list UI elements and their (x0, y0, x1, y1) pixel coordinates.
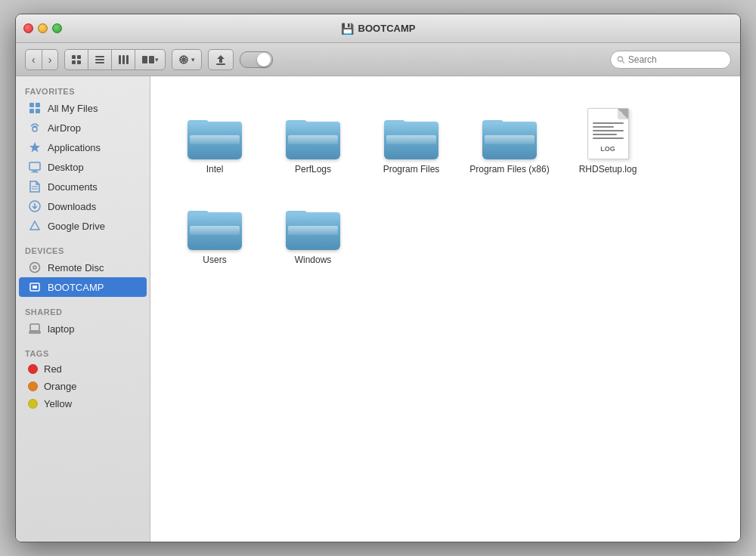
svg-point-18 (618, 56, 622, 60)
file-item-intel[interactable]: Intel (166, 91, 264, 182)
file-area: Intel PerfLogs (150, 76, 740, 542)
sidebar-item-tag-yellow[interactable]: Yellow (19, 395, 147, 412)
minimize-button[interactable] (38, 23, 48, 33)
svg-rect-0 (72, 55, 76, 59)
toggle-button[interactable] (240, 51, 273, 68)
title-bar: 💾 BOOTCAMP (16, 14, 740, 43)
sidebar-section-favorites: FAVORITES All My Files (16, 82, 150, 236)
airdrop-label: AirDrop (48, 122, 81, 134)
sidebar-item-bootcamp[interactable]: BOOTCAMP (19, 277, 147, 297)
file-item-rhdsetup[interactable]: LOG RHDSetup.log (559, 91, 657, 182)
coverflow-view-button[interactable]: ▾ (135, 50, 165, 70)
forward-button[interactable]: › (42, 49, 59, 70)
search-box[interactable] (610, 51, 731, 69)
devices-header: DEVICES (16, 242, 150, 258)
view-buttons: ▾ (64, 49, 166, 70)
file-item-program-files[interactable]: Program Files (362, 91, 460, 182)
sidebar-item-tag-orange[interactable]: Orange (19, 378, 147, 395)
icon-view-button[interactable] (65, 50, 88, 70)
svg-rect-36 (30, 324, 39, 331)
sidebar-item-google-drive[interactable]: Google Drive (19, 216, 147, 236)
svg-rect-6 (95, 62, 104, 63)
back-button[interactable]: ‹ (25, 49, 42, 70)
tags-header: TAGS (16, 344, 150, 360)
perflogs-label: PerfLogs (295, 164, 331, 176)
program-files-x86-folder-icon (482, 114, 537, 159)
sidebar-item-downloads[interactable]: Downloads (19, 196, 147, 216)
file-item-program-files-x86[interactable]: Program Files (x86) (460, 91, 559, 182)
favorites-header: FAVORITES (16, 82, 150, 98)
downloads-label: Downloads (48, 201, 96, 212)
svg-rect-22 (29, 109, 34, 113)
rhdsetup-label: RHDSetup.log (579, 164, 637, 176)
svg-rect-21 (36, 103, 40, 107)
laptop-label: laptop (48, 323, 74, 335)
airdrop-icon (28, 121, 42, 134)
users-folder-icon (187, 205, 242, 250)
svg-rect-37 (29, 332, 40, 333)
action-button[interactable] (208, 49, 234, 70)
svg-rect-10 (142, 56, 147, 63)
close-button[interactable] (23, 23, 33, 33)
sidebar-item-applications[interactable]: Applications (19, 137, 147, 157)
sidebar-item-laptop[interactable]: laptop (19, 319, 147, 338)
svg-rect-17 (216, 63, 225, 65)
window-title: BOOTCAMP (358, 23, 416, 34)
list-view-button[interactable] (88, 50, 112, 70)
maximize-button[interactable] (52, 23, 62, 33)
sidebar: FAVORITES All My Files (16, 76, 150, 542)
nav-buttons: ‹ › (25, 49, 58, 70)
svg-rect-2 (72, 60, 76, 64)
yellow-tag-label: Yellow (44, 398, 72, 409)
file-item-windows[interactable]: Windows (264, 182, 362, 273)
applications-label: Applications (48, 142, 101, 153)
intel-folder-icon (187, 114, 242, 159)
title-drive-icon: 💾 (341, 23, 354, 35)
svg-rect-35 (33, 286, 37, 289)
shared-header: SHARED (16, 303, 150, 319)
svg-rect-3 (77, 60, 81, 64)
svg-rect-8 (122, 55, 125, 64)
svg-rect-23 (36, 109, 40, 113)
red-tag-label: Red (44, 363, 62, 375)
applications-icon (28, 141, 42, 154)
bootcamp-icon (28, 280, 42, 294)
orange-tag-dot (28, 381, 38, 391)
red-tag-dot (28, 364, 38, 374)
svg-point-33 (33, 266, 36, 269)
svg-rect-1 (77, 55, 81, 59)
windows-label: Windows (295, 255, 332, 267)
documents-icon (28, 180, 42, 193)
orange-tag-label: Orange (44, 381, 76, 392)
intel-label: Intel (206, 164, 224, 176)
google-drive-label: Google Drive (48, 221, 105, 232)
search-icon (617, 55, 625, 64)
desktop-label: Desktop (48, 162, 84, 173)
arrange-button[interactable]: ▾ (172, 49, 202, 70)
bootcamp-label: BOOTCAMP (48, 282, 104, 293)
sidebar-section-shared: SHARED laptop (16, 303, 150, 338)
column-view-button[interactable] (112, 50, 135, 70)
sidebar-item-remote-disc[interactable]: Remote Disc (19, 258, 147, 277)
sidebar-item-all-my-files[interactable]: All My Files (19, 98, 147, 118)
svg-rect-26 (33, 171, 37, 172)
sidebar-item-tag-red[interactable]: Red (19, 360, 147, 378)
sidebar-item-documents[interactable]: Documents (19, 177, 147, 196)
program-files-folder-icon (384, 114, 438, 159)
svg-line-19 (622, 60, 624, 63)
search-input[interactable] (628, 54, 724, 65)
file-item-users[interactable]: Users (166, 182, 264, 273)
sidebar-item-desktop[interactable]: Desktop (19, 157, 147, 177)
toolbar: ‹ › (16, 43, 740, 76)
file-item-perflogs[interactable]: PerfLogs (264, 91, 362, 182)
svg-rect-11 (149, 56, 154, 63)
main-area: FAVORITES All My Files (16, 76, 740, 542)
sidebar-item-airdrop[interactable]: AirDrop (19, 118, 147, 137)
svg-rect-25 (29, 162, 40, 170)
documents-label: Documents (48, 181, 98, 193)
svg-point-32 (30, 263, 40, 273)
program-files-x86-label: Program Files (x86) (469, 164, 549, 176)
yellow-tag-dot (28, 399, 38, 409)
all-my-files-icon (28, 101, 42, 115)
downloads-icon (28, 199, 42, 213)
